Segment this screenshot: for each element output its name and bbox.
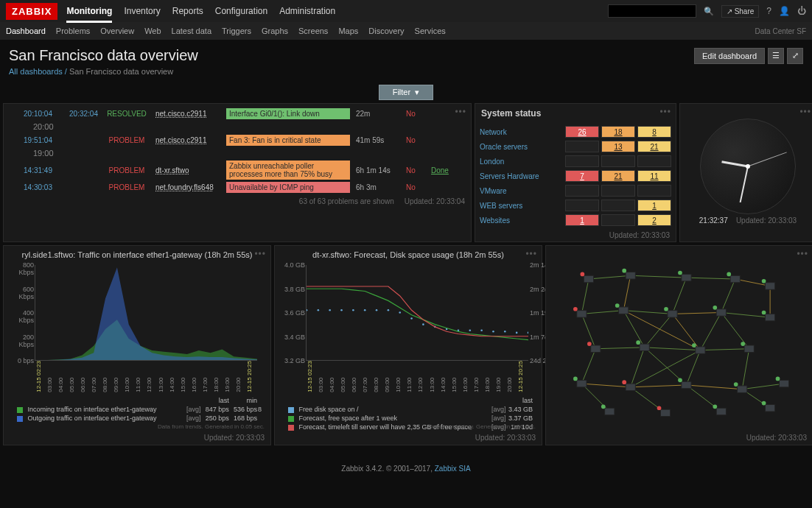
ss-group-name[interactable]: Oracle servers xyxy=(480,143,563,151)
topnav-reports[interactable]: Reports xyxy=(172,6,203,17)
problem-ack[interactable]: No xyxy=(406,110,425,118)
network-map[interactable] xyxy=(561,261,798,430)
widget-menu-icon[interactable]: ••• xyxy=(455,107,466,117)
problem-host[interactable]: net.foundry.fls648 xyxy=(155,183,220,191)
breadcrumb-current[interactable]: San Francisco data overview xyxy=(69,67,173,76)
subnav-triggers[interactable]: Triggers xyxy=(222,27,251,35)
ss-group-name[interactable]: Network xyxy=(480,128,563,136)
x-tick: 09:00 xyxy=(113,361,124,392)
fullscreen-icon[interactable]: ⤢ xyxy=(787,48,803,64)
ss-cell[interactable] xyxy=(565,141,599,152)
clock-updated: Updated: 20:33:03 xyxy=(736,216,797,225)
widget-menu-icon[interactable]: ••• xyxy=(799,107,811,117)
logout-icon[interactable]: ⏻ xyxy=(797,6,806,16)
filter-button[interactable]: Filter ▾ xyxy=(379,85,434,100)
problem-time[interactable]: 14:30:03 xyxy=(13,183,52,191)
x-tick: 04:00 xyxy=(329,361,340,392)
problem-host[interactable]: net.cisco.c2911 xyxy=(155,136,220,144)
ss-group-name[interactable]: WEB servers xyxy=(480,202,563,210)
subnav-overview[interactable]: Overview xyxy=(100,27,134,35)
problem-time[interactable]: 19:51:04 xyxy=(13,136,52,144)
subnav-services[interactable]: Services xyxy=(415,27,446,35)
ss-cell[interactable] xyxy=(601,214,635,226)
ss-cell[interactable]: 26 xyxy=(565,126,599,138)
ss-cell[interactable] xyxy=(637,185,671,197)
x-tick: 18:00 xyxy=(213,361,224,392)
ss-cell[interactable]: 21 xyxy=(637,141,671,152)
legend-swatch xyxy=(288,416,294,422)
y-tick: 3.2 GB xyxy=(277,357,305,364)
ss-cell[interactable]: 13 xyxy=(601,141,635,152)
topnav-administration[interactable]: Administration xyxy=(279,6,335,17)
ss-group-name[interactable]: London xyxy=(480,158,563,166)
svg-line-46 xyxy=(686,385,742,389)
share-button[interactable]: ↗ Share xyxy=(721,5,759,18)
problem-trigger[interactable]: Unavailable by ICMP ping xyxy=(226,182,350,193)
widget-menu-icon[interactable]: ••• xyxy=(797,249,808,259)
ss-cell[interactable]: 1 xyxy=(637,200,671,211)
help-icon[interactable]: ? xyxy=(766,6,771,16)
ss-cell[interactable]: 7 xyxy=(565,170,599,182)
ss-cell[interactable] xyxy=(637,155,671,167)
svg-point-66 xyxy=(762,279,766,283)
widget-menu-icon[interactable]: ••• xyxy=(254,249,266,259)
problem-recovery-time[interactable]: 20:32:04 xyxy=(58,110,98,118)
svg-line-36 xyxy=(721,312,749,348)
topnav-inventory[interactable]: Inventory xyxy=(124,6,160,17)
problem-time[interactable]: 14:31:49 xyxy=(13,166,52,174)
page-title: San Francisco data overview xyxy=(9,47,694,64)
ss-group-name[interactable]: VMware xyxy=(480,187,563,195)
subnav-web[interactable]: Web xyxy=(144,27,161,35)
legend-swatch xyxy=(17,416,23,422)
subnav-discovery[interactable]: Discovery xyxy=(368,27,404,35)
ss-cell[interactable] xyxy=(601,185,635,197)
ss-cell[interactable]: 18 xyxy=(601,126,635,138)
user-icon[interactable]: 👤 xyxy=(779,6,790,16)
search-icon[interactable]: 🔍 xyxy=(704,7,714,16)
breadcrumb-root[interactable]: All dashboards xyxy=(9,67,63,76)
subnav-problems[interactable]: Problems xyxy=(56,27,90,35)
subnav-graphs[interactable]: Graphs xyxy=(262,27,288,35)
edit-dashboard-button[interactable]: Edit dashboard xyxy=(694,48,765,64)
menu-icon[interactable]: ☰ xyxy=(768,48,784,64)
footer-link[interactable]: Zabbix SIA xyxy=(435,465,471,473)
ss-cell[interactable] xyxy=(601,200,635,211)
ss-cell[interactable] xyxy=(601,155,635,167)
logo[interactable]: ZABBIX xyxy=(6,3,57,20)
search-input[interactable] xyxy=(608,4,696,18)
problem-ack[interactable]: No xyxy=(406,136,425,144)
widget-menu-icon[interactable]: ••• xyxy=(525,249,537,259)
traffic-graph-updated: Updated: 20:33:03 xyxy=(204,434,265,442)
problem-host[interactable]: net.cisco.c2911 xyxy=(155,110,220,118)
topnav-monitoring[interactable]: Monitoring xyxy=(66,6,112,23)
problem-trigger[interactable]: Zabbix unreachable poller processes more… xyxy=(226,160,350,180)
traffic-graph-note: Data from trends. Generated in 0.05 sec. xyxy=(158,423,265,430)
ss-cell[interactable]: 1 xyxy=(565,214,599,226)
problem-host[interactable]: dt-xr.sftwo xyxy=(155,166,220,174)
ss-cell[interactable] xyxy=(565,185,599,197)
problem-trigger[interactable]: Interface Gi0/1(): Link down xyxy=(226,108,350,119)
problem-ack[interactable]: No xyxy=(406,166,425,174)
x-tick: 12:00 xyxy=(146,361,157,392)
ss-row: Network26188 xyxy=(480,124,671,139)
problem-row: 14:31:49 PROBLEM dt-xr.sftwo Zabbix unre… xyxy=(13,160,468,180)
system-status-title: System status xyxy=(475,104,676,123)
problem-time[interactable]: 20:10:04 xyxy=(13,110,52,118)
ss-cell[interactable] xyxy=(565,155,599,167)
problem-ack[interactable]: No xyxy=(406,183,425,191)
ss-cell[interactable]: 2 xyxy=(637,214,671,226)
ss-cell[interactable]: 21 xyxy=(601,170,635,182)
ss-cell[interactable]: 11 xyxy=(637,170,671,182)
subnav-screens[interactable]: Screens xyxy=(298,27,328,35)
widget-menu-icon[interactable]: ••• xyxy=(659,107,671,117)
ss-cell[interactable]: 8 xyxy=(637,126,671,138)
subnav-maps[interactable]: Maps xyxy=(338,27,358,35)
subnav-latest-data[interactable]: Latest data xyxy=(172,27,211,35)
ss-cell[interactable] xyxy=(565,200,599,211)
ss-group-name[interactable]: Servers Hardware xyxy=(480,172,563,180)
problem-done[interactable]: Done xyxy=(431,166,449,174)
topnav-configuration[interactable]: Configuration xyxy=(215,6,267,17)
subnav-dashboard[interactable]: Dashboard xyxy=(6,27,46,35)
problem-trigger[interactable]: Fan 3: Fan is in critical state xyxy=(226,135,350,146)
ss-group-name[interactable]: Websites xyxy=(480,216,563,225)
